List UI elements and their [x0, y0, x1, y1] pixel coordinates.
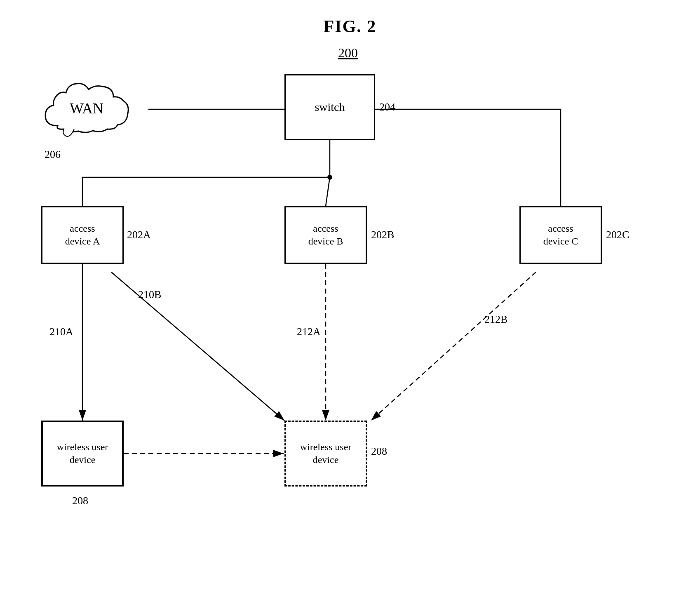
- switch-label: switch: [315, 101, 345, 114]
- wud-left-box: wireless userdevice: [41, 421, 124, 487]
- access-a-label: accessdevice A: [65, 222, 100, 248]
- svg-line-11: [111, 272, 284, 421]
- access-b-label: accessdevice B: [308, 222, 343, 248]
- wud-center-label: wireless userdevice: [300, 441, 352, 466]
- label-208-left: 208: [72, 495, 88, 507]
- access-c-label: accessdevice C: [543, 222, 578, 248]
- diagram-container: FIG. 2 200: [0, 0, 700, 597]
- label-202b: 202B: [371, 229, 394, 241]
- label-212b: 212B: [484, 313, 507, 326]
- diagram-id: 200: [338, 45, 358, 61]
- label-210a: 210A: [49, 326, 73, 338]
- label-212a: 212A: [297, 326, 321, 338]
- access-device-b-box: accessdevice B: [284, 206, 367, 264]
- label-206: 206: [45, 148, 61, 161]
- wud-center-box: wireless userdevice: [284, 421, 367, 487]
- access-device-c-box: accessdevice C: [519, 206, 602, 264]
- wan-cloud: WAN: [41, 72, 148, 146]
- svg-text:WAN: WAN: [70, 100, 103, 117]
- switch-box: switch: [284, 74, 375, 140]
- svg-point-4: [327, 175, 332, 180]
- access-device-a-box: accessdevice A: [41, 206, 124, 264]
- label-202a: 202A: [127, 229, 151, 241]
- label-202c: 202C: [606, 229, 629, 241]
- label-210b: 210B: [138, 289, 161, 301]
- figure-title: FIG. 2: [324, 16, 377, 36]
- label-204: 204: [379, 101, 395, 113]
- svg-line-7: [326, 177, 330, 206]
- label-208-center: 208: [371, 445, 387, 458]
- wud-left-label: wireless userdevice: [57, 441, 108, 466]
- svg-line-13: [371, 272, 536, 421]
